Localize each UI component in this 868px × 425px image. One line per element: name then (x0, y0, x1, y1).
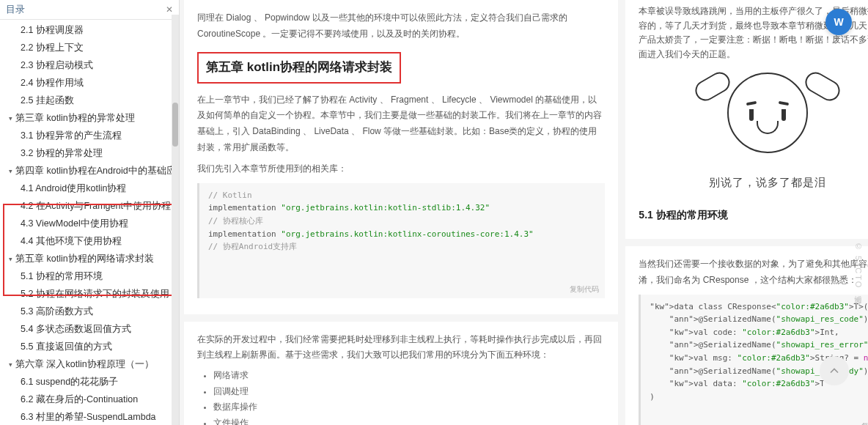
toc-item[interactable]: 3.1 协程异常的产生流程 (0, 127, 179, 144)
chevron-up-icon (827, 363, 842, 378)
image-caption: 别说了，说多了都是泪 (639, 173, 868, 193)
toc-item[interactable]: 2.4 协程作用域 (0, 74, 179, 92)
toc-title: 目录 (6, 3, 25, 16)
toc-item[interactable]: 5.4 多状态函数返回值方式 (0, 320, 179, 338)
scroll-to-top-button[interactable] (820, 356, 849, 385)
toc-item[interactable]: 4.4 其他环境下使用协程 (0, 232, 179, 250)
toc-item[interactable]: 第六章 深入kotlin协程原理（一） (0, 355, 179, 373)
card-right-top: 本章被误导致线路跳闸，当用的主板停产很久了，最后稍微找个兼容的，等了几天才到货，… (625, 0, 868, 239)
content-area: 同理在 Dialog 、 Popwindow 以及一些其他的环境中可以依照此方法… (180, 0, 868, 425)
copy-code-link[interactable]: 复制代码 (570, 284, 599, 295)
scrollbar[interactable] (172, 15, 179, 425)
toc-item[interactable]: 2.5 挂起函数 (0, 92, 179, 109)
toc-item[interactable]: 第四章 kotlin协程在Android中的基础应 (0, 162, 179, 180)
toc-item[interactable]: 2.3 协程启动模式 (0, 56, 179, 74)
chapter-title: 第五章 kotlin协程的网络请求封装 (197, 52, 401, 84)
toc-item[interactable]: 4.3 ViewModel中使用协程 (0, 215, 179, 232)
toc-item[interactable]: 2.2 协程上下文 (0, 39, 179, 56)
toc-item[interactable]: 第三章 kotlin协程的异常处理 (0, 109, 179, 127)
paragraph: 在上一章节中，我们已经了解了协程在 Activity 、 Fragment 、 … (197, 92, 605, 155)
close-icon[interactable]: ✕ (166, 4, 173, 15)
card-section-5-2: 在实际的开发过程中，我们经常需要把耗时处理移到非主线程上执行，等耗时操作执行步完… (184, 322, 618, 426)
toc-header: 目录 ✕ (0, 0, 179, 20)
watermark: © 51CTO博客 (853, 242, 864, 292)
word-icon[interactable]: W (825, 9, 852, 35)
toc-list: 2.1 协程调度器2.2 协程上下文2.3 协程启动模式2.4 协程作用域2.5… (0, 20, 179, 425)
toc-item[interactable]: 5.5 直接返回值的方式 (0, 338, 179, 355)
toc-item[interactable]: 5.2 协程在网络请求下的封装及使用 (0, 285, 179, 303)
heading-5-1: 5.1 协程的常用环境 (639, 206, 868, 224)
paragraph: 我们先引入本章节所使用到的相关库： (197, 161, 605, 177)
list-item: 网络请求 (213, 368, 605, 384)
toc-sidebar: 目录 ✕ 2.1 协程调度器2.2 协程上下文2.3 协程启动模式2.4 协程作… (0, 0, 180, 425)
toc-item[interactable]: 4.2 在Activity与Framgent中使用协程 (0, 197, 179, 215)
env-list: 网络请求回调处理数据库操作文件操作其他耗时操作 (213, 368, 605, 425)
toc-item[interactable]: 4.1 Android使用kotlin协程 (0, 180, 179, 197)
card-chapter-intro: 同理在 Dialog 、 Popwindow 以及一些其他的环境中可以依照此方法… (184, 0, 618, 314)
toc-item[interactable]: 2.1 协程调度器 (0, 21, 179, 39)
copy-code-link[interactable]: 复制代码 (861, 421, 868, 426)
intro-paragraph: 同理在 Dialog 、 Popwindow 以及一些其他的环境中可以依照此方法… (197, 10, 605, 42)
toc-item[interactable]: 3.2 协程的异常处理 (0, 144, 179, 162)
paragraph: 在实际的开发过程中，我们经常需要把耗时处理移到非主线程上执行，等耗时操作执行步完… (197, 332, 605, 363)
code-block-deps: // Kotlin implementation "org.jetbrains.… (197, 183, 605, 298)
toc-item[interactable]: 第五章 kotlin协程的网络请求封装 (0, 250, 179, 267)
card-cresponse: 当然我们还需要一个接收数据的对象，为了避免和其他库容易弄混淆，我们命名为 CRe… (625, 246, 868, 425)
toc-item[interactable]: 5.1 协程的常用环境 (0, 267, 179, 285)
toc-item[interactable]: 6.1 suspend的花花肠子 (0, 373, 179, 391)
left-column: 同理在 Dialog 、 Popwindow 以及一些其他的环境中可以依照此方法… (184, 0, 618, 425)
list-item: 数据库操作 (213, 399, 605, 415)
toc-item[interactable]: 6.2 藏在身后的-Continuation (0, 391, 179, 408)
paragraph: 当然我们还需要一个接收数据的对象，为了避免和其他库容易弄混淆，我们命名为 CRe… (639, 256, 868, 288)
list-item: 回调处理 (213, 384, 605, 400)
toc-item[interactable]: 6.3 村里的希望-SuspendLambda (0, 408, 179, 425)
toc-item[interactable]: 5.3 高阶函数方式 (0, 303, 179, 320)
list-item: 文件操作 (213, 415, 605, 425)
crying-image (687, 62, 848, 164)
